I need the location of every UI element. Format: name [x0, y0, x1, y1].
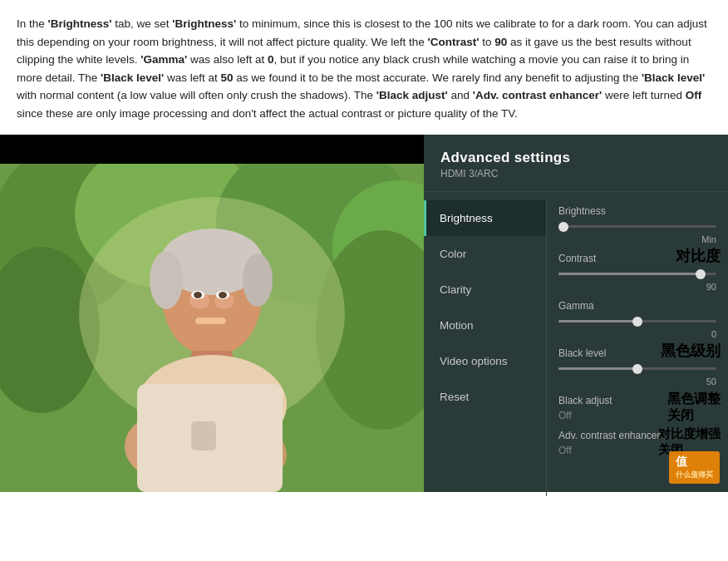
- contrast-track: [558, 273, 716, 275]
- tv-section: Advanced settings HDMI 3/ARC Brightness …: [0, 135, 728, 492]
- gamma-track: [558, 320, 716, 322]
- menu-subtitle: HDMI 3/ARC: [440, 168, 711, 180]
- svg-point-15: [194, 292, 202, 298]
- gamma-thumb[interactable]: [632, 317, 642, 327]
- annotation-black-adjust: 黑色调整关闭: [667, 391, 721, 426]
- tv-photo: [0, 164, 424, 492]
- photo-svg: [0, 164, 424, 492]
- setting-brightness: Brightness Min: [558, 205, 716, 244]
- watermark-icon: 值: [676, 455, 713, 470]
- menu-nav: Brightness Color Clarity Motion Video op…: [424, 197, 547, 496]
- svg-point-10: [150, 251, 183, 309]
- menu-item-brightness[interactable]: Brightness: [424, 200, 546, 236]
- setting-contrast: Contrast 90 对比度: [558, 253, 716, 292]
- annotation-contrast: 对比度: [676, 246, 721, 266]
- setting-brightness-label: Brightness: [558, 205, 716, 217]
- black-level-track: [558, 367, 716, 370]
- menu-item-reset[interactable]: Reset: [424, 379, 546, 415]
- menu-panel: Advanced settings HDMI 3/ARC Brightness …: [424, 135, 728, 492]
- contrast-value: 90: [558, 282, 716, 292]
- setting-contrast-slider-container[interactable]: [558, 268, 716, 281]
- menu-header: Advanced settings HDMI 3/ARC: [424, 135, 728, 186]
- menu-title: Advanced settings: [440, 150, 711, 166]
- brightness-value: Min: [558, 234, 716, 244]
- contrast-thumb[interactable]: [696, 269, 706, 279]
- svg-point-11: [243, 253, 273, 307]
- brightness-thumb[interactable]: [558, 222, 568, 232]
- brightness-track: [558, 225, 716, 228]
- menu-item-color[interactable]: Color: [424, 236, 546, 272]
- setting-gamma-label: Gamma: [558, 300, 716, 312]
- menu-item-clarity[interactable]: Clarity: [424, 272, 546, 308]
- svg-rect-24: [191, 421, 216, 450]
- gamma-fill: [558, 320, 637, 322]
- black-level-value: 50: [558, 376, 716, 386]
- setting-brightness-slider-container[interactable]: [558, 220, 716, 234]
- watermark-text: 什么值得买: [676, 470, 713, 480]
- annotation-black-level: 黑色级别: [661, 341, 721, 361]
- contrast-fill: [558, 273, 701, 275]
- watermark: 值 什么值得买: [669, 451, 720, 484]
- article-text: In the 'Brightness' tab, we set 'Brightn…: [17, 15, 711, 123]
- menu-divider: [424, 191, 728, 192]
- setting-black-adjust: Black adjust Off 黑色调整关闭: [558, 395, 716, 421]
- setting-black-level: Black level 50 黑色级别: [558, 347, 716, 386]
- setting-black-level-slider-container[interactable]: [558, 362, 716, 376]
- menu-item-video-options[interactable]: Video options: [424, 343, 546, 379]
- setting-gamma: Gamma 0: [558, 300, 716, 339]
- setting-gamma-slider-container[interactable]: [558, 315, 716, 328]
- menu-item-motion[interactable]: Motion: [424, 308, 546, 343]
- tv-black-bar: [0, 135, 424, 164]
- black-level-fill: [558, 367, 637, 370]
- article-section: In the 'Brightness' tab, we set 'Brightn…: [0, 0, 728, 135]
- tv-image: [0, 135, 424, 492]
- gamma-value: 0: [558, 329, 716, 339]
- black-level-thumb[interactable]: [632, 364, 642, 374]
- svg-rect-18: [195, 317, 226, 324]
- svg-point-17: [219, 292, 227, 298]
